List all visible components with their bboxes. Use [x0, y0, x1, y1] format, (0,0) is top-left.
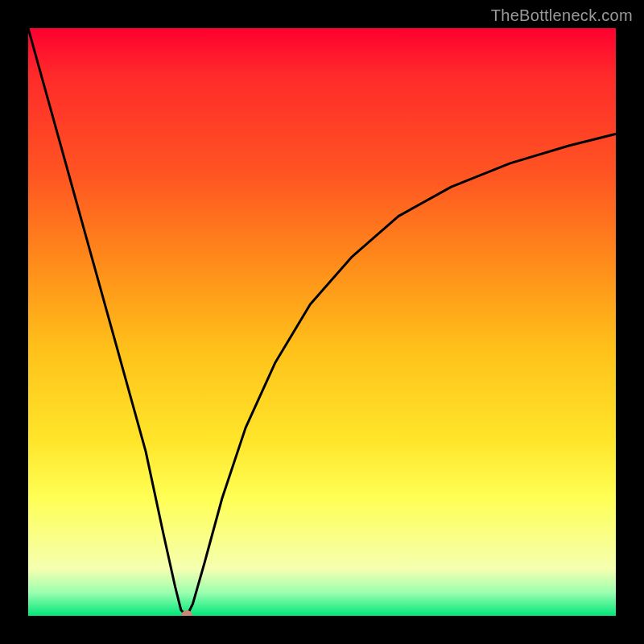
- curve-layer: [28, 28, 616, 616]
- chart-frame: TheBottleneck.com: [0, 0, 644, 644]
- plot-area: [28, 28, 616, 616]
- bottleneck-curve: [28, 28, 616, 616]
- watermark-text: TheBottleneck.com: [491, 6, 633, 25]
